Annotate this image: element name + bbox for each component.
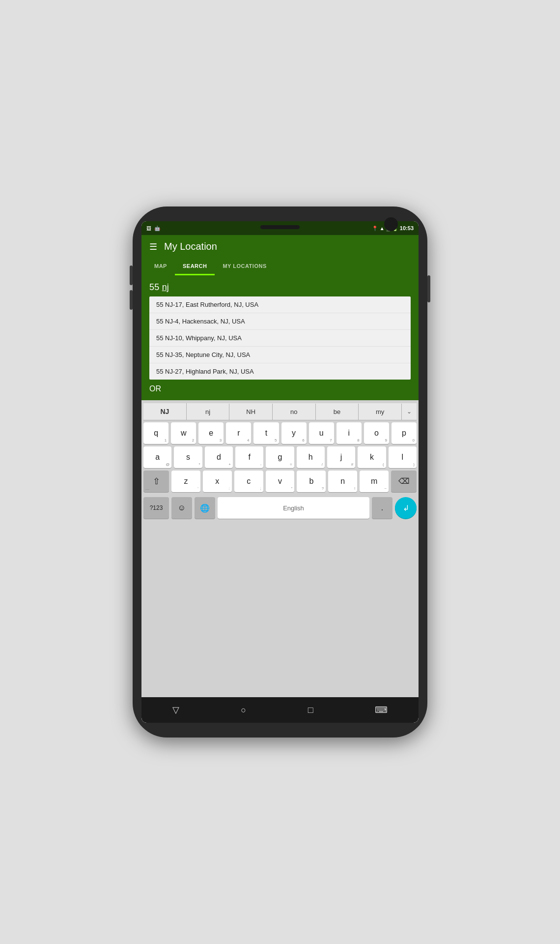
keyboard: NJ nj NH no be my ⌄ q1 w2 e3 r4 t5 y6 u7 [141,400,419,697]
search-query-display[interactable]: 55 nj [149,282,411,293]
num-key[interactable]: ?123 [143,497,169,519]
suggestion-NJ[interactable]: NJ [143,403,187,420]
app-bar: ☰ My Location [141,235,419,258]
key-s[interactable]: s* [174,446,202,468]
key-t[interactable]: t5 [253,422,279,444]
android-icon: 🤖 [154,226,160,231]
key-k[interactable]: k( [358,446,386,468]
key-c[interactable]: c; [234,471,263,492]
key-v[interactable]: v" [266,471,295,492]
search-query-underlined: nj [162,282,169,292]
keyboard-suggestions-row: NJ nj NH no be my ⌄ [143,403,417,420]
enter-key[interactable]: ↲ [395,497,417,519]
camera [384,217,398,231]
key-row-1: q1 w2 e3 r4 t5 y6 u7 i8 o9 p0 [143,422,417,444]
key-e[interactable]: e3 [198,422,224,444]
key-p[interactable]: p0 [392,422,417,444]
status-icons-left: 🖼 🤖 [146,226,160,231]
key-w[interactable]: w2 [171,422,196,444]
key-i[interactable]: i8 [336,422,362,444]
power-button[interactable] [427,275,430,302]
key-x[interactable]: x: [203,471,232,492]
autocomplete-item[interactable]: 55 NJ-10, Whippany, NJ, USA [149,330,411,347]
key-q[interactable]: q1 [143,422,168,444]
keyboard-rows: q1 w2 e3 r4 t5 y6 u7 i8 o9 p0 a@ s* d+ f… [143,422,417,695]
suggestion-nj[interactable]: nj [187,404,230,420]
nav-bar: ▽ ○ □ ⌨ [141,697,419,723]
vol-up-button[interactable] [130,266,133,285]
image-icon: 🖼 [146,226,151,231]
key-n[interactable]: n! [328,471,357,492]
suggestion-be[interactable]: be [316,404,359,420]
location-icon: 📍 [372,226,378,231]
key-j[interactable]: j# [327,446,355,468]
key-row-bottom: ?123 ☺ 🌐 English . ↲ [143,497,417,519]
key-a[interactable]: a@ [143,446,171,468]
key-row-3: ⇧ — z' x: c; v" b? n! m~ ⌫ [143,471,417,492]
key-h[interactable]: h/ [297,446,325,468]
home-button[interactable]: ○ [241,705,246,715]
period-key[interactable]: . [372,497,392,519]
suggestion-NH[interactable]: NH [229,404,273,420]
globe-key[interactable]: 🌐 [195,497,215,519]
vol-down-button[interactable] [130,290,133,310]
key-z[interactable]: z' [171,471,200,492]
space-key[interactable]: English [218,497,369,519]
key-r[interactable]: r4 [226,422,251,444]
search-area: 55 nj 55 NJ-17, East Rutherford, NJ, USA… [141,275,419,400]
shift-key[interactable]: ⇧ — [143,471,169,492]
key-y[interactable]: y6 [281,422,307,444]
key-b[interactable]: b? [297,471,326,492]
tab-map[interactable]: MAP [146,258,175,275]
phone-frame: 🖼 🤖 📍 ▲ ▒ 🔋 10:53 ☰ My Location MAP SEAR… [133,206,427,738]
autocomplete-item[interactable]: 55 NJ-17, East Rutherford, NJ, USA [149,296,411,313]
tab-bar: MAP SEARCH MY LOCATIONS [141,258,419,275]
suggestion-expand-icon[interactable]: ⌄ [402,404,417,419]
emoji-key[interactable]: ☺ [171,497,192,519]
autocomplete-item[interactable]: 55 NJ-4, Hackensack, NJ, USA [149,313,411,330]
status-time: 10:53 [400,225,414,231]
backspace-key[interactable]: ⌫ [391,471,417,492]
tab-search[interactable]: SEARCH [175,258,215,275]
autocomplete-item[interactable]: 55 NJ-27, Highland Park, NJ, USA [149,363,411,380]
key-l[interactable]: l) [389,446,417,468]
phone-screen: 🖼 🤖 📍 ▲ ▒ 🔋 10:53 ☰ My Location MAP SEAR… [141,221,419,723]
key-d[interactable]: d+ [205,446,233,468]
wifi-icon: ▲ [380,226,385,231]
hamburger-icon[interactable]: ☰ [149,241,157,252]
autocomplete-item[interactable]: 55 NJ-35, Neptune City, NJ, USA [149,347,411,363]
key-m[interactable]: m~ [360,471,389,492]
back-button[interactable]: ▽ [172,705,179,715]
app-bar-title: My Location [164,241,217,252]
key-row-2: a@ s* d+ f- g= h/ j# k( l) [143,446,417,468]
tab-my-locations[interactable]: MY LOCATIONS [215,258,274,275]
recent-button[interactable]: □ [308,705,313,715]
key-f[interactable]: f- [235,446,263,468]
suggestion-no[interactable]: no [273,404,316,420]
key-o[interactable]: o9 [364,422,389,444]
key-g[interactable]: g= [266,446,294,468]
autocomplete-dropdown: 55 NJ-17, East Rutherford, NJ, USA 55 NJ… [149,296,411,380]
search-query-plain: 55 [149,282,162,292]
suggestion-my[interactable]: my [359,404,402,420]
keyboard-button[interactable]: ⌨ [375,705,388,715]
or-label: OR [149,384,411,393]
speaker [260,225,300,229]
key-u[interactable]: u7 [309,422,334,444]
